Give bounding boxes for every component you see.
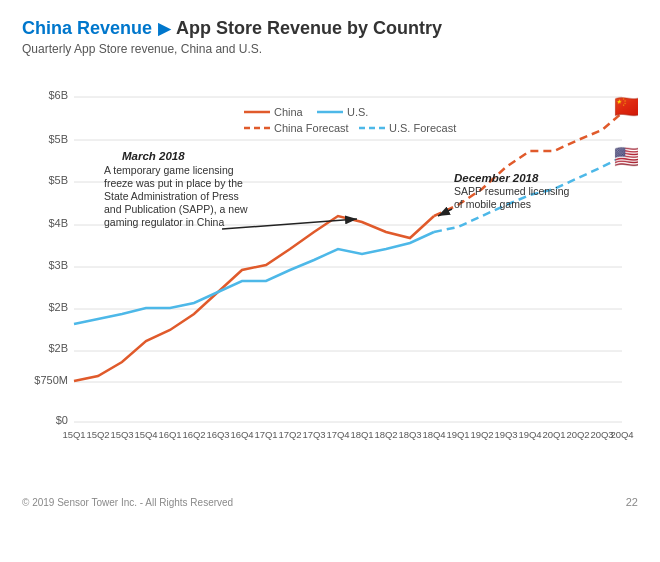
page-container: China Revenue ▶ App Store Revenue by Cou…: [0, 0, 660, 562]
chart-svg: .axis-label { font-size: 11px; fill: #55…: [22, 64, 638, 494]
svg-text:17Q4: 17Q4: [326, 429, 349, 440]
svg-text:18Q3: 18Q3: [398, 429, 421, 440]
march2018-arrow: [222, 219, 357, 229]
header: China Revenue ▶ App Store Revenue by Cou…: [22, 18, 638, 39]
china-line: [74, 216, 434, 381]
svg-text:$750M: $750M: [34, 374, 68, 386]
svg-text:16Q4: 16Q4: [230, 429, 253, 440]
header-china: China Revenue: [22, 18, 152, 39]
china-flag: 🇨🇳: [614, 93, 638, 120]
svg-text:20Q4: 20Q4: [610, 429, 633, 440]
dec2018-title: December 2018: [454, 172, 539, 184]
svg-text:19Q3: 19Q3: [494, 429, 517, 440]
subtitle: Quarterly App Store revenue, China and U…: [22, 42, 638, 56]
march2018-text-2: freeze was put in place by the: [104, 177, 243, 189]
header-arrow: ▶: [158, 19, 170, 38]
march2018-text-3: State Administration of Press: [104, 190, 239, 202]
dec2018-text-1: SAPP resumed licensing: [454, 185, 570, 197]
page-number: 22: [626, 496, 638, 508]
footer: © 2019 Sensor Tower Inc. - All Rights Re…: [22, 496, 638, 508]
legend-us-forecast-label: U.S. Forecast: [389, 122, 456, 134]
march2018-text-4: and Publication (SAPP), a new: [104, 203, 248, 215]
svg-text:$5B: $5B: [48, 133, 68, 145]
svg-text:18Q2: 18Q2: [374, 429, 397, 440]
svg-text:18Q1: 18Q1: [350, 429, 373, 440]
march2018-text-1: A temporary game licensing: [104, 164, 234, 176]
us-line: [74, 232, 434, 324]
svg-text:17Q3: 17Q3: [302, 429, 325, 440]
svg-text:$3B: $3B: [48, 259, 68, 271]
svg-text:20Q2: 20Q2: [566, 429, 589, 440]
dec2018-text-2: of mobile games: [454, 198, 531, 210]
svg-text:19Q4: 19Q4: [518, 429, 541, 440]
svg-text:20Q1: 20Q1: [542, 429, 565, 440]
svg-text:15Q4: 15Q4: [134, 429, 157, 440]
svg-text:15Q2: 15Q2: [86, 429, 109, 440]
svg-text:$2B: $2B: [48, 301, 68, 313]
svg-text:19Q1: 19Q1: [446, 429, 469, 440]
svg-text:19Q2: 19Q2: [470, 429, 493, 440]
svg-text:18Q4: 18Q4: [422, 429, 445, 440]
svg-text:15Q1: 15Q1: [62, 429, 85, 440]
svg-text:17Q2: 17Q2: [278, 429, 301, 440]
svg-text:17Q1: 17Q1: [254, 429, 277, 440]
svg-text:$2B: $2B: [48, 342, 68, 354]
svg-text:$4B: $4B: [48, 217, 68, 229]
legend-us-label: U.S.: [347, 106, 368, 118]
svg-text:16Q3: 16Q3: [206, 429, 229, 440]
svg-text:$6B: $6B: [48, 89, 68, 101]
legend-china-forecast-label: China Forecast: [274, 122, 349, 134]
svg-text:15Q3: 15Q3: [110, 429, 133, 440]
march2018-title: March 2018: [122, 150, 185, 162]
svg-text:$5B: $5B: [48, 174, 68, 186]
us-flag: 🇺🇸: [614, 143, 638, 170]
legend-china-label: China: [274, 106, 304, 118]
svg-text:16Q2: 16Q2: [182, 429, 205, 440]
march2018-text-5: gaming regulator in China: [104, 216, 224, 228]
header-title: App Store Revenue by Country: [176, 18, 442, 39]
svg-text:$0: $0: [56, 414, 68, 426]
copyright: © 2019 Sensor Tower Inc. - All Rights Re…: [22, 497, 233, 508]
svg-text:16Q1: 16Q1: [158, 429, 181, 440]
chart-area: .axis-label { font-size: 11px; fill: #55…: [22, 64, 638, 494]
